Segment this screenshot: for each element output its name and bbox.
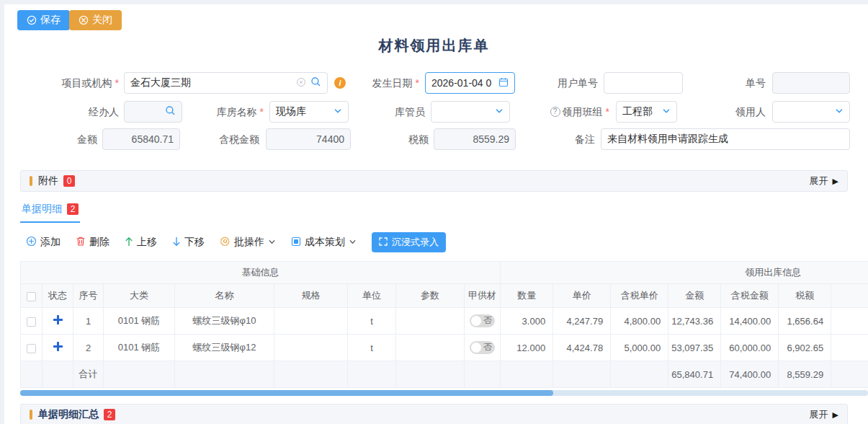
close-button[interactable]: 关闭 (69, 10, 122, 30)
col-param: 参数 (396, 284, 465, 308)
recipient-select[interactable] (772, 101, 850, 123)
cost-plan-menu[interactable]: 成本策划 (291, 236, 357, 249)
warehouse-value: 现场库 (276, 105, 334, 118)
expand-plus-icon[interactable] (53, 316, 63, 327)
remark-input[interactable]: 来自材料领用申请跟踪生成 (601, 128, 850, 150)
team-label: ? 领用班组* (516, 101, 609, 123)
cell-spec (274, 308, 348, 335)
cell-amount: 53,097.35 (668, 335, 721, 361)
chevron-down-icon (349, 237, 357, 248)
user-doc-no-input[interactable] (604, 72, 683, 94)
form-row-2: 经办人 库房名称* 现场库 库管员 ? 领用班组 (0, 101, 868, 123)
warehouse-label: 库房名称* (186, 101, 264, 123)
toggle-label: 否 (483, 314, 492, 327)
amount-with-tax-label: 含税金额 (182, 128, 259, 150)
chevron-down-icon[interactable] (334, 106, 342, 118)
move-down-button[interactable]: 下移 (172, 236, 205, 249)
detail-table-container: 基础信息 领用出库信息 状态 序号 大类 名称 规格 单位 参数 甲供材 数量 … (20, 261, 868, 388)
search-icon[interactable] (310, 76, 321, 89)
delete-row-button[interactable]: 删除 (76, 236, 109, 249)
clear-icon[interactable] (296, 77, 306, 89)
summary-label: 单据明细汇总 (38, 408, 99, 421)
total-label: 合计 (73, 361, 104, 388)
cell-price: 4,247.79 (553, 308, 611, 335)
add-icon (26, 236, 37, 249)
required-mark: * (416, 72, 419, 94)
section-marker (30, 410, 32, 420)
col-status: 状态 (42, 284, 73, 308)
total-amount: 65,840.71 (668, 361, 721, 388)
close-button-label: 关闭 (92, 14, 112, 27)
cell-spec (274, 335, 348, 361)
cell-truncated (831, 335, 868, 361)
tab-detail[interactable]: 单据明细 2 (20, 203, 80, 223)
immersive-entry-button[interactable]: 沉浸式录入 (372, 232, 446, 252)
col-tax: 税额 (779, 284, 831, 308)
add-row-button[interactable]: 添加 (26, 236, 61, 249)
project-label: 项目或机构* (14, 72, 119, 94)
toggle-knob (471, 316, 481, 326)
summary-section-bar: 单据明细汇总 2 展开 ▶ (20, 404, 848, 424)
project-value: 金石大厦三期 (130, 76, 296, 89)
arrow-up-icon (125, 237, 133, 249)
chevron-down-icon (268, 237, 276, 248)
tax-value: 8559.29 (473, 133, 509, 145)
horizontal-scrollbar-thumb[interactable] (20, 390, 553, 396)
total-row: 合计 65,840.71 74,400.00 8,559.29 (21, 361, 868, 388)
summary-count-badge: 2 (104, 409, 115, 420)
arrow-down-icon (172, 237, 181, 249)
select-all-checkbox[interactable] (27, 292, 36, 301)
horizontal-scrollbar-track[interactable] (20, 390, 868, 396)
summary-expand-button[interactable]: 展开 ▶ (810, 408, 838, 421)
toggle-knob (471, 343, 481, 353)
project-input[interactable]: 金石大厦三期 (124, 72, 328, 94)
amount-label: 金额 (25, 128, 97, 150)
cell-category: 0101 钢筋 (104, 308, 175, 335)
calendar-icon[interactable] (498, 77, 509, 89)
tab-detail-count-badge: 2 (67, 203, 79, 215)
help-icon[interactable]: ? (550, 107, 560, 117)
check-circle-icon (27, 15, 37, 25)
col-owner-supplied: 甲供材 (465, 284, 501, 308)
expand-arrow-icon: ▶ (833, 410, 838, 420)
row-checkbox[interactable] (27, 317, 36, 327)
agent-input[interactable] (124, 101, 182, 123)
material-requisition-outbound-form: 保存 关闭 材料领用出库单 项目或机构* 金石大厦三期 i 发生日期* 2026… (0, 0, 868, 424)
team-select[interactable]: 工程部 (616, 101, 677, 123)
total-tax: 8,559.29 (779, 361, 831, 388)
keeper-select[interactable] (431, 101, 510, 123)
section-marker (30, 176, 32, 186)
chevron-down-icon[interactable] (835, 106, 844, 118)
tab-detail-label: 单据明细 (22, 203, 62, 216)
expand-plus-icon[interactable] (53, 343, 63, 353)
chevron-down-icon[interactable] (662, 106, 671, 118)
amount-with-tax-input: 74400 (266, 128, 351, 150)
chevron-down-icon[interactable] (495, 106, 504, 118)
occur-date-input[interactable]: 2026-01-04 0 (425, 72, 515, 94)
warehouse-select[interactable]: 现场库 (269, 101, 349, 123)
save-button-label: 保存 (40, 14, 61, 27)
cell-unit: t (348, 335, 396, 361)
group-header-outbound: 领用出库信息 (501, 262, 868, 284)
amount-input: 65840.71 (102, 128, 180, 150)
cell-amount-with-tax: 14,400.00 (721, 308, 779, 335)
group-header-basic: 基础信息 (21, 262, 501, 284)
owner-supplied-toggle[interactable]: 否 (470, 314, 495, 327)
save-button[interactable]: 保存 (17, 10, 70, 30)
col-unit: 单位 (348, 284, 396, 308)
detail-table: 基础信息 领用出库信息 状态 序号 大类 名称 规格 单位 参数 甲供材 数量 … (20, 261, 868, 388)
search-icon[interactable] (165, 105, 176, 118)
cell-param (396, 308, 465, 335)
row-checkbox[interactable] (27, 344, 36, 353)
cost-plan-icon (291, 237, 301, 249)
move-up-button[interactable]: 上移 (125, 236, 157, 249)
amount-value: 65840.71 (132, 133, 174, 145)
owner-supplied-toggle[interactable]: 否 (470, 341, 495, 354)
col-amount-with-tax: 含税金额 (721, 284, 779, 308)
page-edge-left (0, 0, 4, 424)
cell-tax: 1,656.64 (779, 308, 831, 335)
col-qty: 数量 (501, 284, 553, 308)
attachments-expand-button[interactable]: 展开 ▶ (810, 175, 838, 187)
batch-ops-menu[interactable]: 批操作 (220, 236, 276, 249)
required-mark: * (115, 72, 119, 94)
